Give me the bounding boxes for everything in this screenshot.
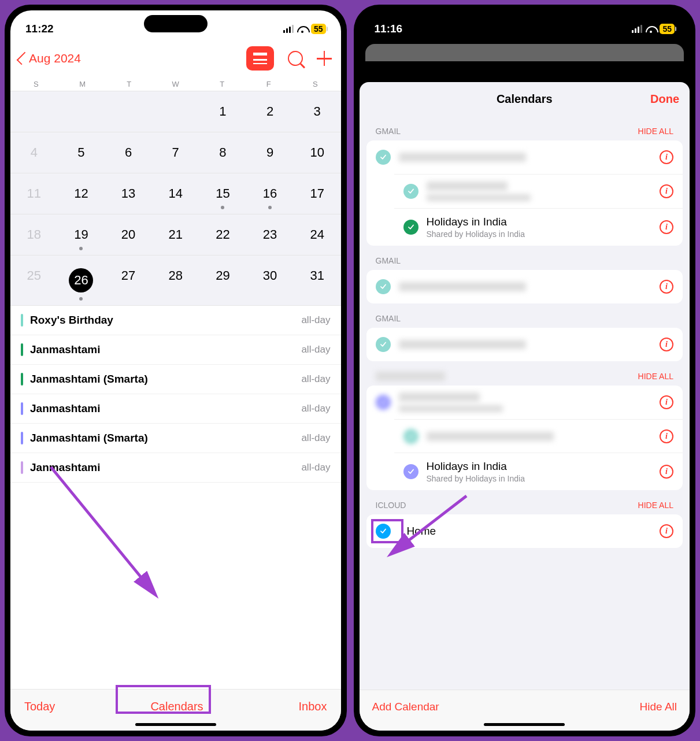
event-row[interactable]: Roxy's Birthdayall-day bbox=[10, 306, 341, 335]
add-calendar-button[interactable]: Add Calendar bbox=[372, 701, 439, 713]
calendar-day[interactable]: 25 bbox=[10, 255, 58, 305]
calendar-day[interactable]: 31 bbox=[294, 255, 341, 305]
calendar-checkbox[interactable] bbox=[403, 220, 418, 235]
calendar-name: Holidays in IndiaShared by Holidays in I… bbox=[427, 216, 660, 239]
calendar-day[interactable]: 19 bbox=[58, 214, 105, 255]
info-button[interactable]: i bbox=[660, 184, 673, 198]
month-label: Aug 2024 bbox=[29, 51, 81, 65]
event-title: Janmashtami bbox=[30, 461, 301, 474]
calendars-button[interactable]: Calendars bbox=[150, 700, 203, 713]
calendar-day[interactable]: 7 bbox=[152, 132, 199, 173]
event-row[interactable]: Janmashtamiall-day bbox=[10, 453, 341, 483]
calendar-day[interactable] bbox=[58, 91, 105, 132]
calendar-checkbox[interactable] bbox=[403, 184, 418, 199]
calendar-day[interactable]: 2 bbox=[246, 91, 294, 132]
event-title: Janmashtami (Smarta) bbox=[30, 373, 301, 386]
info-button[interactable]: i bbox=[660, 429, 673, 443]
event-row[interactable]: Janmashtami (Smarta)all-day bbox=[10, 424, 341, 453]
event-row[interactable]: Janmashtami (Smarta)all-day bbox=[10, 365, 341, 394]
calendar-row[interactable]: i bbox=[394, 174, 683, 208]
calendar-row[interactable]: Holidays in IndiaShared by Holidays in I… bbox=[394, 208, 683, 246]
calendar-day[interactable]: 11 bbox=[10, 173, 58, 214]
calendar-day[interactable]: 27 bbox=[105, 255, 152, 305]
calendar-day[interactable]: 22 bbox=[199, 214, 247, 255]
calendar-row[interactable]: i bbox=[366, 270, 683, 303]
calendar-day[interactable] bbox=[10, 91, 58, 132]
today-button[interactable]: Today bbox=[24, 700, 55, 713]
home-indicator[interactable] bbox=[135, 723, 216, 726]
event-row[interactable]: Janmashtamiall-day bbox=[10, 335, 341, 365]
calendar-list[interactable]: GMAILHIDE ALLiiHolidays in IndiaShared b… bbox=[360, 116, 690, 690]
calendar-row[interactable]: i bbox=[366, 328, 683, 361]
hide-all-section-button[interactable]: HIDE ALL bbox=[638, 372, 673, 381]
event-color-bar bbox=[21, 343, 23, 356]
add-event-button[interactable] bbox=[317, 51, 332, 66]
back-month-button[interactable]: Aug 2024 bbox=[20, 51, 81, 65]
search-button[interactable] bbox=[288, 51, 303, 66]
calendar-day[interactable]: 20 bbox=[105, 214, 152, 255]
info-button[interactable]: i bbox=[660, 395, 673, 409]
list-view-button[interactable] bbox=[246, 46, 274, 71]
calendar-day[interactable]: 1 bbox=[199, 91, 247, 132]
home-indicator[interactable] bbox=[484, 723, 565, 726]
info-button[interactable]: i bbox=[660, 338, 673, 351]
calendar-day[interactable]: 6 bbox=[105, 132, 152, 173]
calendar-name bbox=[399, 340, 660, 349]
calendar-checkbox[interactable] bbox=[376, 337, 391, 352]
status-time: 11:16 bbox=[375, 23, 403, 35]
info-button[interactable]: i bbox=[660, 465, 673, 479]
calendar-day[interactable]: 16 bbox=[246, 173, 294, 214]
section-title: GMAIL bbox=[376, 256, 401, 265]
hide-all-section-button[interactable]: HIDE ALL bbox=[638, 127, 673, 136]
calendar-checkbox[interactable] bbox=[376, 279, 391, 294]
calendar-day[interactable]: 24 bbox=[294, 214, 341, 255]
chevron-left-icon bbox=[17, 52, 30, 65]
calendar-day[interactable]: 18 bbox=[10, 214, 58, 255]
calendar-day[interactable]: 10 bbox=[294, 132, 341, 173]
calendar-day[interactable]: 26 bbox=[58, 255, 105, 305]
calendar-day[interactable]: 5 bbox=[58, 132, 105, 173]
calendar-day[interactable]: 21 bbox=[152, 214, 199, 255]
calendar-day[interactable]: 9 bbox=[246, 132, 294, 173]
calendar-day[interactable] bbox=[152, 91, 199, 132]
calendar-row[interactable]: Holidays in IndiaShared by Holidays in I… bbox=[394, 453, 683, 490]
info-button[interactable]: i bbox=[660, 280, 673, 294]
section-title: GMAIL bbox=[376, 314, 401, 323]
calendar-day[interactable]: 13 bbox=[105, 173, 152, 214]
calendar-day[interactable]: 28 bbox=[152, 255, 199, 305]
calendar-checkbox[interactable] bbox=[376, 524, 391, 539]
calendar-day[interactable]: 17 bbox=[294, 173, 341, 214]
calendar-row[interactable]: i bbox=[366, 140, 683, 174]
calendar-day[interactable]: 14 bbox=[152, 173, 199, 214]
calendar-checkbox[interactable] bbox=[376, 150, 391, 165]
calendar-day[interactable]: 4 bbox=[10, 132, 58, 173]
calendar-row[interactable]: i bbox=[394, 419, 683, 453]
calendar-day[interactable] bbox=[105, 91, 152, 132]
info-button[interactable]: i bbox=[660, 524, 673, 538]
section-header: GMAIL bbox=[360, 246, 690, 270]
calendar-checkbox[interactable] bbox=[376, 395, 391, 410]
done-button[interactable]: Done bbox=[650, 92, 679, 106]
calendar-day[interactable]: 23 bbox=[246, 214, 294, 255]
calendar-checkbox[interactable] bbox=[403, 429, 418, 444]
hide-all-button[interactable]: Hide All bbox=[640, 701, 677, 713]
calendar-day[interactable]: 3 bbox=[294, 91, 341, 132]
calendar-day[interactable]: 12 bbox=[58, 173, 105, 214]
calendar-day[interactable]: 8 bbox=[199, 132, 247, 173]
event-color-bar bbox=[21, 314, 23, 327]
inbox-button[interactable]: Inbox bbox=[299, 700, 327, 713]
event-color-bar bbox=[21, 402, 23, 415]
info-button[interactable]: i bbox=[660, 150, 673, 164]
section-title: ICLOUD bbox=[376, 501, 406, 510]
calendar-day[interactable]: 29 bbox=[199, 255, 247, 305]
event-time: all-day bbox=[301, 373, 330, 385]
calendar-day[interactable]: 15 bbox=[199, 173, 247, 214]
calendar-day[interactable]: 30 bbox=[246, 255, 294, 305]
event-title: Janmashtami bbox=[30, 343, 301, 356]
calendar-row[interactable]: i bbox=[366, 386, 683, 419]
hide-all-section-button[interactable]: HIDE ALL bbox=[638, 501, 673, 510]
calendar-row[interactable]: Homei bbox=[366, 514, 683, 548]
calendar-checkbox[interactable] bbox=[403, 464, 418, 479]
event-row[interactable]: Janmashtamiall-day bbox=[10, 394, 341, 424]
info-button[interactable]: i bbox=[660, 220, 673, 234]
